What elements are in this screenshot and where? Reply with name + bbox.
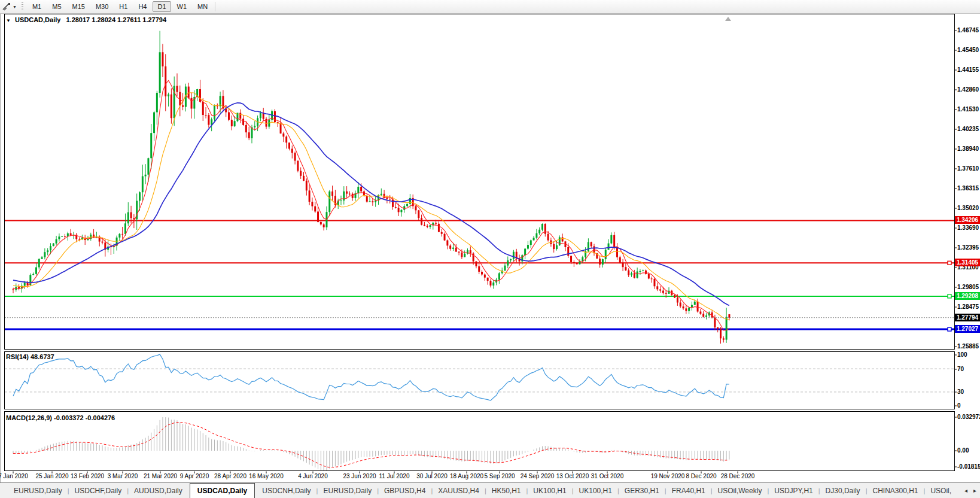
candle (277, 122, 279, 123)
candle (35, 268, 37, 274)
candle (150, 133, 152, 158)
candle (415, 206, 416, 210)
candle (61, 236, 63, 237)
candle (573, 262, 575, 263)
candle (489, 281, 491, 286)
chart-tab-usdcad-daily[interactable]: USDCAD,Daily (190, 483, 255, 498)
candle (372, 201, 373, 202)
candle (168, 95, 169, 96)
candle (306, 181, 308, 190)
chart-canvas[interactable] (0, 0, 980, 498)
candle (366, 196, 368, 202)
candle (139, 192, 141, 201)
chart-tab-usdjpy-h1[interactable]: USDJPY,H1 (769, 483, 818, 498)
candle (317, 211, 319, 221)
timeframe-button-mn[interactable]: MN (193, 1, 212, 12)
candle (323, 224, 325, 227)
timeframe-button-h4[interactable]: H4 (133, 1, 151, 12)
candle (421, 218, 422, 225)
chart-tab-eurusd-daily[interactable]: EURUSD,Daily (318, 483, 377, 498)
candle (498, 273, 500, 280)
chart-tab-ger30-h1[interactable]: GER30,H1 (619, 483, 665, 498)
candle (165, 66, 166, 96)
chart-tab-eurusd-daily[interactable]: EURUSD,Daily (8, 483, 68, 498)
candle (530, 240, 532, 245)
candle (680, 302, 681, 306)
candle (435, 223, 437, 224)
candle (340, 201, 342, 201)
candle (702, 314, 704, 317)
tab-scroll-left-icon[interactable]: ◂ (964, 487, 967, 494)
candle (504, 266, 506, 271)
timeframe-button-h1[interactable]: H1 (114, 1, 132, 12)
candle (458, 251, 460, 252)
candle (547, 234, 549, 241)
timeframe-button-m1[interactable]: M1 (28, 1, 46, 12)
timeframe-button-d1[interactable]: D1 (153, 1, 171, 12)
chart-tab-china300-h1[interactable]: CHINA300,H1 (867, 483, 923, 498)
chart-tab-usdcnh-daily[interactable]: USDCNH,Daily (257, 483, 316, 498)
candle (665, 293, 667, 293)
candle (444, 234, 446, 241)
candle (637, 271, 638, 278)
candle (535, 233, 537, 238)
candle (544, 224, 546, 234)
candle (254, 126, 255, 127)
chart-tab-uk100-h1[interactable]: UK100,H1 (574, 483, 617, 498)
candle (44, 252, 45, 257)
candle (674, 295, 675, 298)
candle (346, 192, 348, 194)
candle (475, 262, 477, 266)
candle (613, 235, 615, 247)
candle (191, 98, 193, 109)
candle (349, 194, 351, 195)
candle (424, 225, 425, 226)
chart-tab-usdchf-daily[interactable]: USDCHF,Daily (69, 483, 127, 498)
candle (541, 224, 543, 230)
toolbar-grip[interactable] (22, 2, 23, 11)
candle (553, 244, 555, 249)
chart-tab-uk100-h1[interactable]: UK100,H1 (528, 483, 571, 498)
timeframe-button-w1[interactable]: W1 (172, 1, 192, 12)
chart-tab-hk50-h1[interactable]: HK50,H1 (486, 483, 526, 498)
line-tools-icon[interactable] (1, 2, 12, 11)
chart-tab-xauusd-h4[interactable]: XAUUSD,H4 (433, 483, 485, 498)
candle (651, 278, 653, 279)
candle (576, 263, 578, 264)
candle (147, 158, 149, 174)
chart-tab-dj30-daily[interactable]: DJ30,Daily (820, 483, 866, 498)
candle (127, 212, 129, 224)
candle (320, 222, 322, 224)
candle (130, 212, 132, 218)
timeframe-button-group: M1M5M15M30H1H4D1W1MN (27, 1, 213, 12)
chart-tab-fra40-h1[interactable]: FRA40,H1 (666, 483, 711, 498)
tab-scroll-right-icon[interactable]: ▸ (973, 487, 976, 494)
candle (631, 273, 632, 275)
candle (533, 238, 535, 240)
candle (688, 308, 690, 311)
candle (588, 242, 589, 251)
candle (360, 187, 362, 192)
chart-tab-audusd-daily[interactable]: AUDUSD,Daily (129, 483, 188, 498)
top-toolbar: ▼ M1M5M15M30H1H4D1W1MN (0, 0, 980, 14)
candle (162, 52, 163, 66)
chart-tab-usoil-weekly[interactable]: USOil,Weekly (713, 483, 768, 498)
candle (452, 248, 454, 249)
timeframe-button-m30[interactable]: M30 (91, 1, 113, 12)
candle (133, 218, 135, 219)
macd-signal-line (13, 423, 729, 467)
toolbar-dropdown-caret-icon[interactable]: ▼ (13, 5, 17, 9)
timeframe-button-m15[interactable]: M15 (68, 1, 90, 12)
candle (182, 105, 184, 107)
rsi-line (13, 354, 729, 400)
candle (159, 52, 161, 93)
candle (381, 194, 382, 195)
candle (642, 271, 644, 271)
candle (694, 302, 696, 305)
candle (124, 223, 126, 234)
chart-tab-usoil[interactable]: USOil, (925, 483, 957, 498)
chart-tab-gbpusd-h4[interactable]: GBPUSD,H4 (379, 483, 431, 498)
candle (13, 289, 14, 290)
timeframe-button-m5[interactable]: M5 (47, 1, 66, 12)
candle (288, 142, 290, 148)
